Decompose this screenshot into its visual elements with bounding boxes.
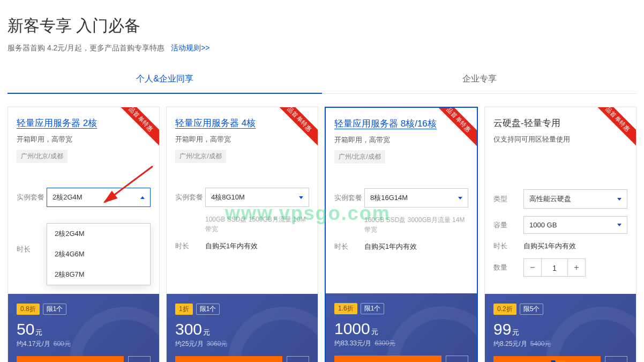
price-area: 0.8折 限1个 50 元 约4.17元/月 600元 立即购买 — [8, 294, 159, 362]
discount-badge: 1折 — [175, 304, 193, 315]
quantity-value: 1 — [542, 258, 567, 277]
package-dropdown: 2核2G4M 2核4G6M 2核8G7M — [47, 223, 151, 285]
buy-button[interactable]: 立即购买 — [493, 356, 601, 362]
tab-personal-enterprise[interactable]: 个人&企业同享 — [8, 65, 322, 93]
package-label: 实例套餐 — [175, 193, 205, 202]
add-cart-button[interactable] — [446, 356, 468, 362]
duration-label: 时长 — [493, 241, 523, 251]
product-card-disk: 产品首单特惠 云硬盘-轻量专用 仅支持同可用区轻量使用 类型 高性能云硬盘 容量… — [484, 107, 636, 362]
caret-down-icon — [299, 196, 303, 199]
dropdown-option[interactable]: 2核8G7M — [47, 264, 150, 285]
price-value: 300 — [175, 320, 202, 338]
decrement-button[interactable]: − — [523, 258, 542, 277]
duration-label: 时长 — [17, 245, 47, 254]
limit-badge: 限5个 — [520, 304, 544, 315]
caret-down-icon — [617, 198, 621, 201]
buy-button[interactable]: 立即购买 — [175, 356, 282, 362]
card-desc: 开箱即用，高带宽 — [175, 135, 309, 144]
type-select[interactable]: 高性能云硬盘 — [523, 189, 627, 209]
buy-button[interactable]: 立即购买 — [334, 356, 441, 362]
page-title: 新客专享 入门必备 — [8, 15, 636, 37]
add-cart-button[interactable] — [128, 356, 151, 362]
discount-badge: 0.8折 — [17, 304, 40, 315]
card-title: 云硬盘-轻量专用 — [493, 117, 560, 129]
spec-hint: 100GB SSD盘 1500GB月流量 10M带宽 — [205, 215, 309, 234]
caret-down-icon — [617, 224, 621, 226]
add-cart-button[interactable] — [605, 356, 627, 362]
package-select[interactable]: 8核16G14M — [364, 188, 468, 208]
card-desc: 仅支持同可用区轻量使用 — [493, 135, 627, 144]
region-tag: 广州/北京/成都 — [17, 150, 68, 163]
quantity-label: 数量 — [493, 263, 523, 272]
limit-badge: 限1个 — [43, 304, 67, 315]
per-month: 约8.25元/月 — [493, 339, 527, 349]
price-value: 99 — [493, 320, 511, 338]
caret-up-icon — [140, 196, 145, 199]
duration-label: 时长 — [334, 242, 364, 252]
limit-badge: 限1个 — [196, 304, 220, 315]
limit-badge: 限1个 — [361, 303, 385, 314]
original-price: 6300元 — [375, 339, 395, 348]
region-tag: 广州/北京/成都 — [175, 150, 226, 163]
package-label: 实例套餐 — [17, 193, 47, 202]
caret-down-icon — [458, 197, 462, 200]
product-card-2core: 产品首单特惠 轻量应用服务器 2核 开箱即用，高带宽 广州/北京/成都 实例套餐… — [8, 107, 160, 362]
card-title-link[interactable]: 轻量应用服务器 8核/16核 — [334, 117, 437, 130]
increment-button[interactable]: + — [567, 258, 586, 277]
spec-hint: 160GB SSD盘 3000GB月流量 14M带宽 — [364, 215, 468, 234]
quantity-stepper: − 1 + — [523, 258, 586, 277]
type-label: 类型 — [493, 194, 523, 204]
package-select[interactable]: 2核2G4M — [47, 188, 151, 207]
dropdown-option[interactable]: 2核4G6M — [47, 244, 150, 264]
price-area: 1折 限1个 300 元 约25元/月 3060元 立即购买 — [167, 294, 318, 362]
price-value: 1000 — [334, 320, 370, 338]
price-area: 1.6折 限1个 1000 元 约83.33元/月 6300元 立即购买 — [326, 293, 477, 362]
promo-ribbon: 产品首单特惠 — [109, 107, 159, 147]
page-header: 新客专享 入门必备 服务器首购 4.2元/月起，更多产品首购专享特惠 活动规则>… — [0, 0, 644, 57]
card-title-link[interactable]: 轻量应用服务器 4核 — [175, 117, 256, 129]
product-card-8core: 产品首单特惠 轻量应用服务器 8核/16核 开箱即用，高带宽 广州/北京/成都 … — [325, 107, 478, 362]
price-area: 0.2折 限5个 99 元 约8.25元/月 5400元 立即购买 — [485, 294, 636, 362]
region-tag: 广州/北京/成都 — [334, 150, 385, 164]
add-cart-button[interactable] — [287, 356, 309, 362]
original-price: 3060元 — [207, 339, 228, 349]
original-price: 600元 — [54, 339, 71, 349]
package-select[interactable]: 4核8G10M — [205, 188, 309, 207]
per-month: 约4.17元/月 — [17, 339, 50, 349]
capacity-select[interactable]: 1000 GB — [523, 216, 627, 234]
card-desc: 开箱即用，高带宽 — [334, 135, 468, 145]
discount-badge: 1.6折 — [334, 303, 357, 314]
product-card-4core: 产品首单特惠 轻量应用服务器 4核 开箱即用，高带宽 广州/北京/成都 实例套餐… — [166, 107, 318, 362]
tab-enterprise-only[interactable]: 企业专享 — [322, 65, 636, 93]
duration-label: 时长 — [175, 241, 205, 251]
per-month: 约25元/月 — [175, 339, 204, 349]
tab-bar: 个人&企业同享 企业专享 — [8, 65, 636, 94]
discount-badge: 0.2折 — [493, 304, 516, 315]
product-cards: www.vpsgo.com 产品首单特惠 轻量应用服务器 2核 开箱即用，高带宽… — [0, 94, 644, 362]
original-price: 5400元 — [530, 339, 551, 349]
price-value: 50 — [17, 320, 34, 338]
page-subtitle: 服务器首购 4.2元/月起，更多产品首购专享特惠 活动规则>> — [8, 43, 636, 53]
card-title-link[interactable]: 轻量应用服务器 2核 — [17, 117, 97, 129]
package-label: 实例套餐 — [334, 193, 364, 203]
rules-link[interactable]: 活动规则>> — [171, 43, 209, 52]
per-month: 约83.33元/月 — [334, 339, 371, 348]
capacity-label: 容量 — [493, 220, 523, 230]
buy-button[interactable]: 立即购买 — [17, 356, 124, 362]
dropdown-option[interactable]: 2核2G4M — [47, 224, 150, 244]
